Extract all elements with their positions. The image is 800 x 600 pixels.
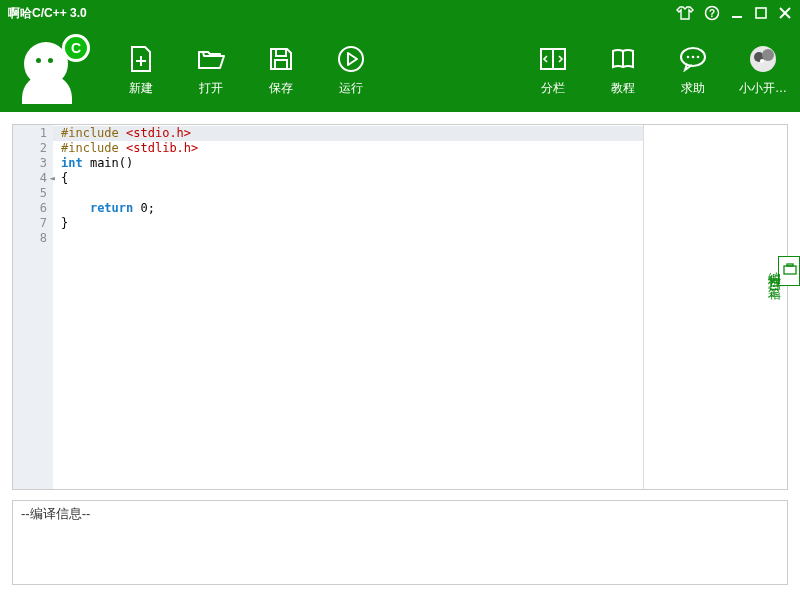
code-line[interactable] [61,231,643,246]
split-button[interactable]: 分栏 [530,42,576,97]
line-number: 4 [13,171,53,186]
briefcase-icon [783,263,797,275]
svg-rect-8 [276,49,286,56]
maximize-icon[interactable] [754,6,768,20]
compile-header: --编译信息-- [21,505,779,523]
svg-text:?: ? [709,8,715,19]
svg-point-10 [339,47,363,71]
chat-icon [678,42,708,76]
user-button[interactable]: 小小开心... [740,42,786,97]
svg-rect-3 [756,8,766,18]
line-number: 1 [13,126,53,141]
help-icon[interactable]: ? [704,5,720,21]
line-gutter: 12345678 [13,125,53,489]
minimize-icon[interactable] [730,6,744,20]
svg-point-21 [760,59,764,63]
avatar-bubble-icon: C [62,34,90,62]
code-editor[interactable]: 12345678 #include <stdio.h>#include <std… [12,124,788,490]
line-number: 5 [13,186,53,201]
line-number: 6 [13,201,53,216]
svg-rect-23 [787,264,793,266]
svg-point-20 [762,49,774,61]
split-icon [538,42,568,76]
svg-point-15 [687,55,690,58]
save-icon [267,42,295,76]
code-area[interactable]: #include <stdio.h>#include <stdlib.h>int… [53,125,643,489]
new-button[interactable]: 新建 [118,42,164,97]
compile-output-panel[interactable]: --编译信息-- [12,500,788,585]
open-button[interactable]: 打开 [188,42,234,97]
toolbox-side-tab[interactable]: 编程百宝箱 [778,256,800,286]
book-icon [609,42,637,76]
user-avatar-icon [748,42,778,76]
window-controls: ? [676,5,792,21]
svg-point-16 [692,55,695,58]
play-icon [336,42,366,76]
editor-side-panel [643,125,787,489]
new-file-icon [127,42,155,76]
content-area: 12345678 #include <stdio.h>#include <std… [0,112,800,600]
svg-point-17 [697,55,700,58]
line-number: 8 [13,231,53,246]
code-line[interactable]: int main() [61,156,643,171]
help-button[interactable]: 求助 [670,42,716,97]
app-avatar[interactable]: C [14,34,100,104]
main-toolbar: C 新建 打开 保存 运行 [0,26,800,112]
shirt-icon[interactable] [676,5,694,21]
code-line[interactable]: } [61,216,643,231]
line-number: 3 [13,156,53,171]
code-line[interactable]: #include <stdlib.h> [61,141,643,156]
app-title: 啊哈C/C++ 3.0 [8,5,87,22]
save-button[interactable]: 保存 [258,42,304,97]
run-button[interactable]: 运行 [328,42,374,97]
line-number: 2 [13,141,53,156]
code-line[interactable]: { [61,171,643,186]
svg-rect-9 [275,60,287,69]
code-line[interactable]: return 0; [61,201,643,216]
folder-open-icon [196,42,226,76]
title-bar: 啊哈C/C++ 3.0 ? [0,0,800,26]
code-line[interactable]: #include <stdio.h> [53,126,643,141]
side-tab-label: 编程百宝箱 [765,261,783,281]
line-number: 7 [13,216,53,231]
code-line[interactable] [61,186,643,201]
svg-rect-22 [784,266,796,274]
tutorial-button[interactable]: 教程 [600,42,646,97]
close-icon[interactable] [778,6,792,20]
